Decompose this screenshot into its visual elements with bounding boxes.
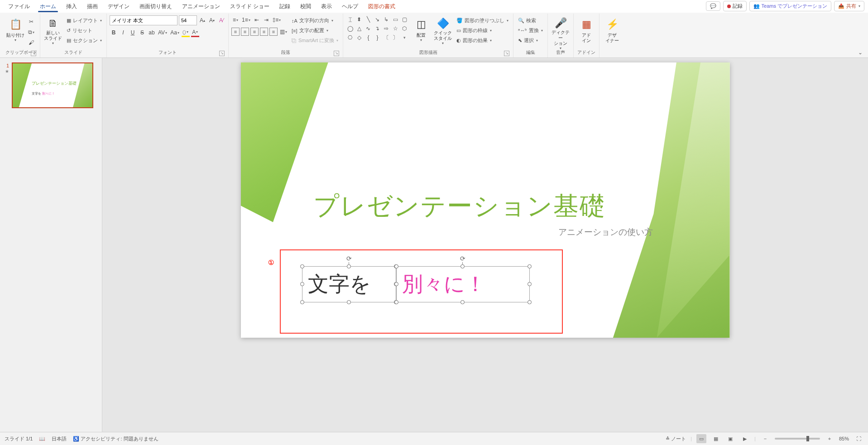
slide[interactable]: プレゼンテーション基礎 アニメーションの使い方 ① ⟳ 文字を ⟳ 別々に！ xyxy=(241,62,730,338)
resize-handle[interactable] xyxy=(460,300,465,304)
shape-hex-icon[interactable]: ⬡ xyxy=(400,24,408,33)
shape-textbox-icon[interactable]: ⌶ xyxy=(346,15,354,24)
section-button[interactable]: ▤セクション▾ xyxy=(65,36,104,45)
shape-vtext-icon[interactable]: ⬍ xyxy=(355,15,363,24)
shape-brace1-icon[interactable]: { xyxy=(364,33,372,42)
tab-transitions[interactable]: 画面切り替え xyxy=(135,0,177,12)
comments-button[interactable]: 💬 xyxy=(706,1,720,11)
fit-to-window-button[interactable]: ⛶ xyxy=(854,434,863,443)
columns-button[interactable]: ▥▾ xyxy=(279,27,288,36)
drawing-dialog-launcher[interactable]: ↘ xyxy=(504,51,509,56)
resize-handle[interactable] xyxy=(528,282,532,286)
resize-handle[interactable] xyxy=(528,264,532,268)
status-language[interactable]: 日本語 xyxy=(52,435,67,442)
addins-button[interactable]: ▦ アド イン xyxy=(576,15,596,47)
shape-effects-button[interactable]: ◐図形の効果▾ xyxy=(455,36,510,45)
cut-button[interactable]: ✂ xyxy=(27,17,35,26)
quick-styles-button[interactable]: 🔷 クイック スタイル ▾ xyxy=(433,15,453,47)
slide-thumbnail-1[interactable]: プレゼンテーション基礎 文字を 別々に！ xyxy=(12,62,93,108)
notes-button[interactable]: ≙ ノート xyxy=(666,435,686,442)
normal-view-button[interactable]: ▭ xyxy=(696,434,706,443)
bullets-button[interactable]: ≡▾ xyxy=(231,15,240,24)
tab-animations[interactable]: アニメーション xyxy=(177,0,225,12)
designer-button[interactable]: ⚡ デザ イナー xyxy=(602,15,622,47)
record-button[interactable]: 記録 xyxy=(723,1,747,11)
zoom-out-button[interactable]: − xyxy=(760,434,770,443)
distribute-button[interactable]: ≡ xyxy=(269,28,278,36)
resize-handle[interactable] xyxy=(394,282,398,286)
resize-handle[interactable] xyxy=(394,264,398,268)
align-left-button[interactable]: ≡ xyxy=(231,28,240,36)
layout-button[interactable]: ▦レイアウト▾ xyxy=(65,16,104,25)
copy-button[interactable]: ⧉▾ xyxy=(27,28,35,37)
shapes-gallery[interactable]: ⌶ ⬍ ╲ ↘ ↳ ▭ ▢ ◯ △ ∿ ↴ ⇨ ☆ ⬡ ⎔ ◇ { } 〔 〕 xyxy=(346,15,409,42)
dictate-button[interactable]: 🎤 ディクテー ション ▾ xyxy=(551,15,571,47)
tab-shape-format[interactable]: 図形の書式 xyxy=(364,0,400,12)
format-painter-button[interactable]: 🖌 xyxy=(27,38,35,47)
clear-format-button[interactable]: A⁄ xyxy=(217,16,225,25)
paragraph-dialog-launcher[interactable]: ↘ xyxy=(334,51,339,56)
tab-insert[interactable]: 挿入 xyxy=(62,0,82,12)
align-center-button[interactable]: ≡ xyxy=(241,28,249,36)
shape-connector-icon[interactable]: ↳ xyxy=(382,15,390,24)
italic-button[interactable]: I xyxy=(119,28,127,37)
tab-file[interactable]: ファイル xyxy=(4,0,34,12)
increase-font-button[interactable]: A▴ xyxy=(198,16,206,25)
find-button[interactable]: 🔍検索 xyxy=(516,16,545,25)
char-spacing-button[interactable]: AV▾ xyxy=(157,28,168,37)
tab-design[interactable]: デザイン xyxy=(103,0,134,12)
resize-handle[interactable] xyxy=(300,264,304,268)
new-slide-button[interactable]: 🗎 新しい スライド ▾ xyxy=(43,15,63,47)
font-dialog-launcher[interactable]: ↘ xyxy=(219,51,225,56)
change-case-button[interactable]: Aa▾ xyxy=(169,28,180,37)
line-spacing-button[interactable]: ‡≡▾ xyxy=(272,15,282,24)
text-align-v-button[interactable]: [≡]文字の配置▾ xyxy=(290,26,340,35)
text-direction-button[interactable]: ↕A文字列の方向▾ xyxy=(290,16,340,25)
shape-callout1-icon[interactable]: ⎔ xyxy=(346,33,354,42)
shape-fill-button[interactable]: 🪣図形の塗りつぶし▾ xyxy=(455,16,510,25)
slide-thumbnails-panel[interactable]: 1 ★ プレゼンテーション基礎 文字を 別々に！ xyxy=(0,58,102,432)
present-teams-button[interactable]: 👥Teams でプレゼンテーション xyxy=(749,1,831,11)
shape-roundrect-icon[interactable]: ▢ xyxy=(400,15,408,24)
tab-view[interactable]: 表示 xyxy=(317,0,336,12)
highlight-button[interactable]: ⬯▾ xyxy=(182,28,190,37)
shape-star-icon[interactable]: ☆ xyxy=(391,24,399,33)
tab-home[interactable]: ホーム xyxy=(35,0,61,12)
tab-record[interactable]: 記録 xyxy=(275,0,295,12)
resize-handle[interactable] xyxy=(347,300,351,304)
zoom-level[interactable]: 85% xyxy=(839,436,849,441)
resize-handle[interactable] xyxy=(347,264,351,268)
slide-canvas-area[interactable]: プレゼンテーション基礎 アニメーションの使い方 ① ⟳ 文字を ⟳ 別々に！ xyxy=(102,58,868,432)
share-button[interactable]: 📤共有▾ xyxy=(834,1,864,11)
slideshow-view-button[interactable]: ▶ xyxy=(740,434,750,443)
resize-handle[interactable] xyxy=(300,282,304,286)
collapse-ribbon-button[interactable]: ⌄ xyxy=(855,48,865,57)
shape-triangle-icon[interactable]: △ xyxy=(355,24,363,33)
shape-curve-icon[interactable]: ∿ xyxy=(364,24,372,33)
slide-subtitle[interactable]: アニメーションの使い方 xyxy=(558,226,653,238)
shape-outline-button[interactable]: ▭図形の枠線▾ xyxy=(455,26,510,35)
accessibility-status[interactable]: ♿ アクセシビリティ: 問題ありません xyxy=(73,435,158,442)
zoom-slider[interactable] xyxy=(775,438,820,440)
zoom-knob[interactable] xyxy=(806,436,809,441)
shape-arrow-icon[interactable]: ⇨ xyxy=(382,24,390,33)
font-name-select[interactable] xyxy=(110,15,177,25)
replace-button[interactable]: ᵃ↔ᵇ置換▾ xyxy=(516,26,545,35)
zoom-in-button[interactable]: + xyxy=(825,434,834,443)
tab-slideshow[interactable]: スライド ショー xyxy=(225,0,274,12)
bold-button[interactable]: B xyxy=(110,28,118,37)
resize-handle[interactable] xyxy=(394,300,398,304)
reset-button[interactable]: ↺リセット xyxy=(65,26,104,35)
shape-paren2-icon[interactable]: 〕 xyxy=(391,33,399,42)
rotate-handle[interactable]: ⟳ xyxy=(459,255,466,262)
tab-review[interactable]: 校閲 xyxy=(296,0,316,12)
tab-draw[interactable]: 描画 xyxy=(82,0,102,12)
shape-line-icon[interactable]: ╲ xyxy=(364,15,372,24)
numbering-button[interactable]: 1≡▾ xyxy=(241,15,251,24)
outdent-button[interactable]: ⇤ xyxy=(253,15,261,24)
text-shape-2[interactable]: ⟳ 別々に！ xyxy=(396,266,530,302)
shape-callout2-icon[interactable]: ◇ xyxy=(355,33,363,42)
strike-button[interactable]: S xyxy=(138,28,146,37)
spellcheck-icon[interactable]: 📖 xyxy=(39,436,45,442)
resize-handle[interactable] xyxy=(300,300,304,304)
